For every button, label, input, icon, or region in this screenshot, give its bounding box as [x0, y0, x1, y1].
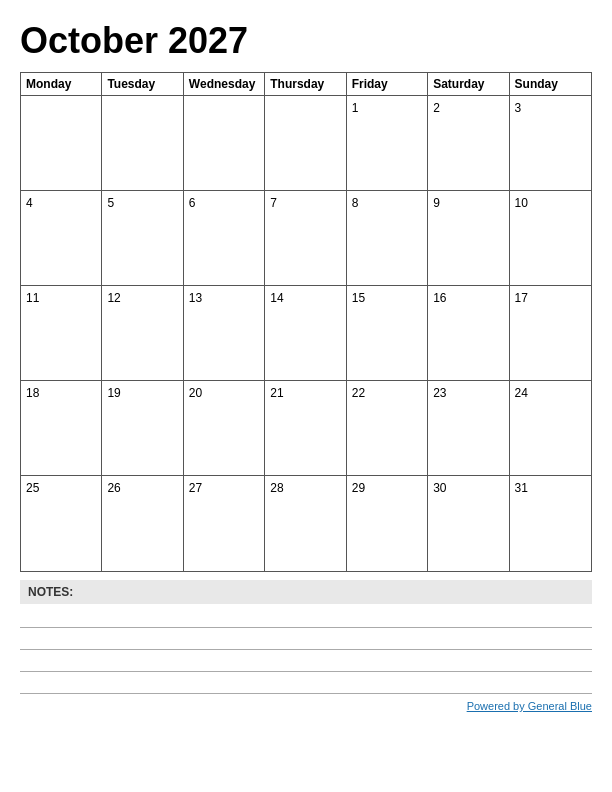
- day-number: 28: [270, 481, 283, 495]
- day-name-friday: Friday: [347, 73, 428, 95]
- calendar-header: MondayTuesdayWednesdayThursdayFridaySatu…: [21, 73, 591, 96]
- calendar-cell: 11: [21, 286, 102, 381]
- day-name-sunday: Sunday: [510, 73, 591, 95]
- day-number: 1: [352, 101, 359, 115]
- day-number: 8: [352, 196, 359, 210]
- calendar-cell: [265, 96, 346, 191]
- calendar-cell: 17: [510, 286, 591, 381]
- day-number: 12: [107, 291, 120, 305]
- day-number: 7: [270, 196, 277, 210]
- day-number: 27: [189, 481, 202, 495]
- calendar-cell: 29: [347, 476, 428, 571]
- calendar-cell: 9: [428, 191, 509, 286]
- calendar-cell: 31: [510, 476, 591, 571]
- calendar-cell: 1: [347, 96, 428, 191]
- notes-section: NOTES:: [20, 580, 592, 694]
- calendar-cell: 4: [21, 191, 102, 286]
- day-number: 22: [352, 386, 365, 400]
- calendar-cell: 8: [347, 191, 428, 286]
- calendar-cell: [184, 96, 265, 191]
- day-number: 24: [515, 386, 528, 400]
- calendar-cell: 23: [428, 381, 509, 476]
- notes-line[interactable]: [20, 628, 592, 650]
- calendar-cell: [21, 96, 102, 191]
- calendar-grid: 1234567891011121314151617181920212223242…: [21, 96, 591, 571]
- calendar-cell: [102, 96, 183, 191]
- day-number: 3: [515, 101, 522, 115]
- day-number: 23: [433, 386, 446, 400]
- day-number: 26: [107, 481, 120, 495]
- day-number: 10: [515, 196, 528, 210]
- notes-lines: [20, 606, 592, 694]
- day-number: 19: [107, 386, 120, 400]
- calendar-cell: 18: [21, 381, 102, 476]
- day-name-saturday: Saturday: [428, 73, 509, 95]
- day-number: 4: [26, 196, 33, 210]
- calendar-cell: 30: [428, 476, 509, 571]
- day-number: 5: [107, 196, 114, 210]
- calendar-cell: 20: [184, 381, 265, 476]
- calendar-cell: 15: [347, 286, 428, 381]
- calendar-cell: 28: [265, 476, 346, 571]
- day-name-thursday: Thursday: [265, 73, 346, 95]
- day-number: 25: [26, 481, 39, 495]
- calendar-cell: 27: [184, 476, 265, 571]
- powered-by-link[interactable]: Powered by General Blue: [467, 700, 592, 712]
- calendar-cell: 7: [265, 191, 346, 286]
- day-number: 13: [189, 291, 202, 305]
- day-number: 15: [352, 291, 365, 305]
- day-number: 21: [270, 386, 283, 400]
- calendar-cell: 22: [347, 381, 428, 476]
- notes-line[interactable]: [20, 650, 592, 672]
- notes-label: NOTES:: [20, 580, 592, 604]
- day-number: 14: [270, 291, 283, 305]
- calendar-cell: 21: [265, 381, 346, 476]
- day-number: 30: [433, 481, 446, 495]
- day-number: 17: [515, 291, 528, 305]
- calendar-cell: 5: [102, 191, 183, 286]
- day-number: 31: [515, 481, 528, 495]
- notes-line[interactable]: [20, 672, 592, 694]
- day-number: 2: [433, 101, 440, 115]
- calendar-cell: 25: [21, 476, 102, 571]
- day-number: 11: [26, 291, 39, 305]
- calendar-cell: 13: [184, 286, 265, 381]
- calendar-cell: 6: [184, 191, 265, 286]
- day-number: 16: [433, 291, 446, 305]
- day-name-monday: Monday: [21, 73, 102, 95]
- page-title: October 2027: [20, 20, 592, 62]
- footer: Powered by General Blue: [20, 700, 592, 712]
- calendar-cell: 2: [428, 96, 509, 191]
- calendar-container: MondayTuesdayWednesdayThursdayFridaySatu…: [20, 72, 592, 572]
- notes-line[interactable]: [20, 606, 592, 628]
- calendar-cell: 14: [265, 286, 346, 381]
- calendar-cell: 12: [102, 286, 183, 381]
- day-number: 6: [189, 196, 196, 210]
- calendar-cell: 24: [510, 381, 591, 476]
- day-number: 29: [352, 481, 365, 495]
- day-name-wednesday: Wednesday: [184, 73, 265, 95]
- calendar-cell: 16: [428, 286, 509, 381]
- day-name-tuesday: Tuesday: [102, 73, 183, 95]
- day-number: 18: [26, 386, 39, 400]
- day-number: 20: [189, 386, 202, 400]
- day-number: 9: [433, 196, 440, 210]
- calendar-cell: 26: [102, 476, 183, 571]
- calendar-cell: 3: [510, 96, 591, 191]
- calendar-cell: 10: [510, 191, 591, 286]
- calendar-cell: 19: [102, 381, 183, 476]
